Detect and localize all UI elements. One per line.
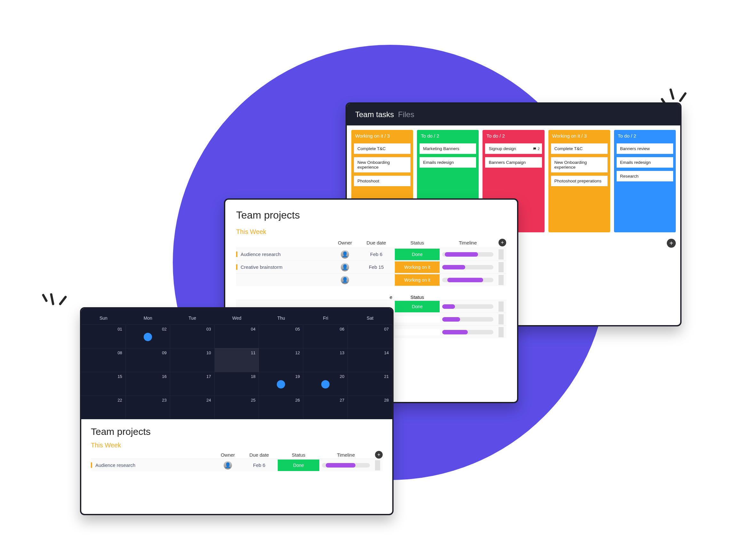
table-row[interactable]: Working on it [236, 273, 506, 286]
calendar-cell[interactable]: 22 [81, 396, 126, 419]
kanban-card[interactable]: New Onboarding experience [551, 157, 608, 172]
row-handle[interactable] [499, 275, 504, 285]
kanban-card[interactable]: Photoshoot [354, 176, 411, 186]
calendar-event-dot[interactable] [144, 333, 152, 341]
calendar-cell[interactable]: 11 [215, 348, 259, 372]
projects-columns: Owner Due date Status Timeline + [236, 237, 506, 248]
calendar-projects-columns: Owner Due date Status Timeline + [91, 451, 383, 459]
calendar-cell[interactable]: 03 [170, 324, 215, 348]
row-handle[interactable] [499, 314, 504, 324]
calendar-cell[interactable]: 17 [170, 372, 215, 396]
projects-subhead: e Status [236, 294, 506, 300]
calendar-cell[interactable]: 21 [348, 372, 392, 396]
timeline-bar[interactable] [442, 265, 493, 269]
kanban-column-header: Working on it / 3 [548, 130, 610, 142]
avatar-icon [341, 276, 349, 284]
calendar-cell[interactable]: 13 [303, 348, 348, 372]
calendar-cell[interactable]: 14 [348, 348, 392, 372]
timeline-bar[interactable] [442, 278, 493, 282]
calendar-cell[interactable]: 12 [259, 348, 303, 372]
status-pill[interactable]: Done [395, 301, 440, 312]
kanban-card[interactable]: Research [617, 171, 673, 181]
calendar-cell[interactable]: 26 [259, 396, 303, 419]
kanban-column[interactable]: Working on it / 3Complete T&CNew Onboard… [548, 130, 610, 232]
table-row[interactable]: Audience researchFeb 6Done [236, 248, 506, 260]
kanban-card[interactable]: Photoshoot preperations [551, 176, 608, 186]
calendar-event-dot[interactable] [321, 380, 330, 388]
avatar-icon [224, 461, 232, 469]
calendar-day-label: Tue [170, 313, 215, 324]
calendar-date-number: 20 [340, 374, 344, 379]
table-row[interactable]: Audience research Feb 6 Done [91, 459, 383, 471]
calendar-date-number: 03 [206, 327, 211, 332]
calendar-date-number: 23 [162, 398, 166, 403]
calendar-body: 0102030405060708091011121314151617181920… [81, 324, 392, 419]
row-handle[interactable] [499, 301, 504, 312]
calendar-cell[interactable]: 19 [259, 372, 303, 396]
timeline-bar[interactable] [442, 317, 493, 322]
calendar-panel: SunMonTueWedThuFriSat 010203040506070809… [80, 307, 394, 515]
status-pill[interactable] [395, 329, 440, 335]
calendar-cell[interactable]: 06 [303, 324, 348, 348]
status-pill[interactable] [395, 316, 440, 323]
calendar-cell[interactable]: 09 [126, 348, 170, 372]
timeline-bar[interactable] [442, 304, 493, 309]
calendar-cell[interactable]: 28 [348, 396, 392, 419]
add-button[interactable]: + [499, 239, 506, 246]
calendar-date-number: 07 [384, 327, 389, 332]
kanban-column[interactable]: To do / 2Banners reviewEmails redesignRe… [614, 130, 676, 232]
calendar-cell[interactable]: 01 [81, 324, 126, 348]
kanban-card[interactable]: Complete T&C [354, 143, 411, 154]
add-button[interactable]: + [667, 239, 676, 248]
calendar-date-number: 15 [117, 374, 122, 379]
kanban-card[interactable]: Marketing Banners [419, 143, 476, 154]
row-handle[interactable] [375, 460, 380, 470]
row-handle[interactable] [499, 262, 504, 272]
col-due: Due date [360, 240, 392, 245]
comment-icon[interactable]: 2 [533, 147, 539, 151]
status-pill[interactable]: Done [395, 249, 440, 260]
calendar-cell[interactable]: 20 [303, 372, 348, 396]
kanban-card[interactable]: Banners review [617, 143, 673, 154]
calendar-date-number: 12 [295, 350, 300, 355]
calendar-cell[interactable]: 15 [81, 372, 126, 396]
calendar-cell[interactable]: 08 [81, 348, 126, 372]
timeline-bar[interactable] [442, 330, 493, 334]
calendar-cell[interactable]: 18 [215, 372, 259, 396]
calendar-event-dot[interactable] [277, 380, 285, 388]
calendar-date-number: 02 [162, 327, 166, 332]
calendar-cell[interactable]: 24 [170, 396, 215, 419]
calendar-cell[interactable]: 04 [215, 324, 259, 348]
calendar-cell[interactable]: 05 [259, 324, 303, 348]
calendar-cell[interactable]: 07 [348, 324, 392, 348]
kanban-card[interactable]: Complete T&C [551, 143, 608, 154]
kanban-card[interactable]: New Onboarding experience [354, 157, 411, 172]
kanban-card[interactable]: Emails redesign [419, 157, 476, 168]
status-pill[interactable]: Done [278, 460, 319, 471]
calendar-cell[interactable]: 10 [170, 348, 215, 372]
due-date: Feb 6 [243, 462, 275, 468]
table-row[interactable]: Creative brainstormFeb 15Working on it [236, 260, 506, 273]
timeline-bar[interactable] [322, 463, 370, 468]
status-pill[interactable]: Working on it [395, 274, 440, 286]
timeline-bar[interactable] [442, 252, 493, 257]
calendar-date-number: 28 [384, 398, 389, 403]
due-date: Feb 15 [360, 264, 392, 270]
add-button[interactable]: + [375, 451, 383, 459]
calendar-cell[interactable]: 25 [215, 396, 259, 419]
status-pill[interactable]: Working on it [395, 261, 440, 273]
calendar-cell[interactable]: 02 [126, 324, 170, 348]
kanban-column-header: To do / 2 [614, 130, 676, 142]
task-name: Audience research [91, 462, 212, 468]
calendar-cell[interactable]: 23 [126, 396, 170, 419]
calendar-cell[interactable]: 27 [303, 396, 348, 419]
owner-avatar [332, 250, 358, 259]
row-handle[interactable] [499, 249, 504, 260]
col-timeline: Timeline [442, 240, 493, 245]
calendar-cell[interactable]: 16 [126, 372, 170, 396]
kanban-card[interactable]: Banners Campaign [485, 157, 542, 168]
kanban-card[interactable]: Emails redesign [617, 157, 673, 168]
row-handle[interactable] [499, 327, 504, 337]
avatar-icon [341, 263, 349, 271]
kanban-card[interactable]: Signup design2 [485, 143, 542, 154]
